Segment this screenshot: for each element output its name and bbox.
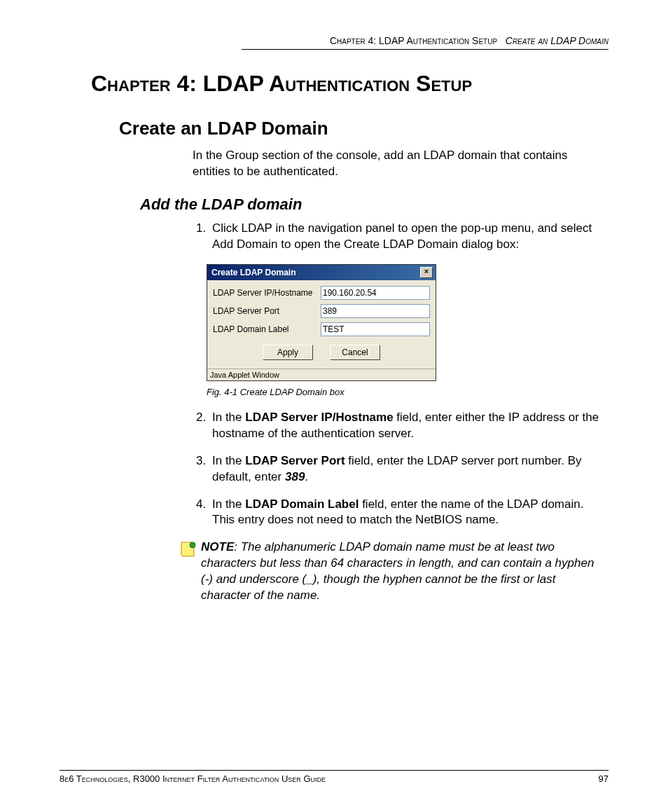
running-header: Chapter 4: LDAP Authentication Setup Cre… (242, 35, 608, 50)
step-3: In the LDAP Server Port field, enter the… (209, 453, 608, 486)
step-2: In the LDAP Server IP/Hostname field, en… (209, 410, 608, 442)
subsection-title: Add the LDAP domain (140, 195, 608, 214)
note-text: NOTE: The alphanumeric LDAP domain name … (201, 539, 608, 604)
note-block: NOTE: The alphanumeric LDAP domain name … (179, 539, 608, 604)
row-port: LDAP Server Port (213, 304, 430, 318)
note-icon (179, 541, 197, 562)
chapter-title: Chapter 4: LDAP Authentication Setup (91, 71, 608, 97)
page-number: 97 (599, 773, 608, 784)
footer-left: 8e6 Technologies, R3000 Internet Filter … (60, 773, 326, 784)
header-section: Create an LDAP Domain (506, 35, 608, 46)
applet-bar: Java Applet Window (207, 369, 436, 380)
label-port: LDAP Server Port (213, 306, 321, 316)
intro-paragraph: In the Group section of the console, add… (193, 148, 608, 180)
step-list: Click LDAP in the navigation panel to op… (193, 221, 608, 253)
row-ip: LDAP Server IP/Hostname (213, 286, 430, 300)
cancel-button[interactable]: Cancel (330, 345, 380, 360)
figure-dialog: Create LDAP Domain × LDAP Server IP/Host… (207, 264, 608, 381)
row-domain-label: LDAP Domain Label (213, 322, 430, 336)
label-ip: LDAP Server IP/Hostname (213, 288, 321, 298)
header-chapter: Chapter 4: LDAP Authentication Setup (330, 35, 497, 46)
page-footer: 8e6 Technologies, R3000 Internet Filter … (60, 770, 608, 784)
step-1: Click LDAP in the navigation panel to op… (209, 221, 608, 253)
dialog-titlebar: Create LDAP Domain × (207, 265, 436, 280)
figure-caption: Fig. 4-1 Create LDAP Domain box (207, 387, 608, 397)
section-title: Create an LDAP Domain (119, 118, 608, 139)
input-port[interactable] (321, 304, 430, 318)
create-ldap-dialog: Create LDAP Domain × LDAP Server IP/Host… (207, 264, 436, 381)
step-list-cont: In the LDAP Server IP/Hostname field, en… (193, 410, 608, 529)
dialog-title: Create LDAP Domain (211, 268, 295, 277)
input-ip[interactable] (321, 286, 430, 300)
step-4: In the LDAP Domain Label field, enter th… (209, 497, 608, 529)
input-domain[interactable] (321, 322, 430, 336)
dialog-buttons: Apply Cancel (213, 340, 430, 366)
apply-button[interactable]: Apply (263, 345, 313, 360)
label-domain: LDAP Domain Label (213, 324, 321, 334)
close-icon[interactable]: × (420, 267, 433, 278)
svg-point-0 (190, 542, 195, 548)
dialog-body: LDAP Server IP/Hostname LDAP Server Port… (207, 280, 436, 369)
